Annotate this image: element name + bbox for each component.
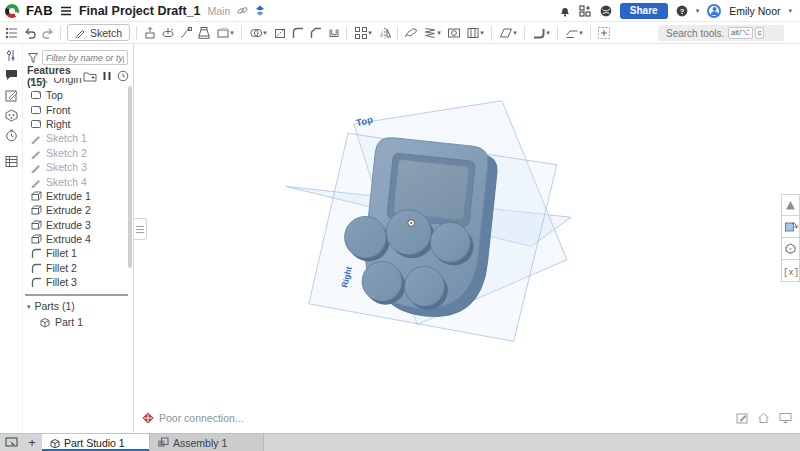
rib-icon[interactable]: ▾ [463, 24, 487, 42]
chamfer-icon[interactable] [307, 24, 324, 42]
feature-label: Fillet 2 [46, 262, 77, 274]
svg-text:?: ? [679, 6, 684, 15]
tab-manager-icon[interactable] [0, 434, 22, 451]
filter-funnel-icon[interactable] [27, 52, 39, 64]
document-title: Final Project Draft_1 [79, 4, 201, 18]
feature-row[interactable]: Sketch 3 [23, 160, 127, 174]
feature-row-origin[interactable]: ▾ Origin [23, 78, 127, 86]
feature-row[interactable]: Front [23, 102, 127, 116]
custom-features-icon[interactable] [3, 107, 19, 123]
configurations-icon[interactable] [3, 47, 19, 63]
linear-pattern-icon[interactable]: ▾ [351, 24, 375, 42]
model-canvas[interactable]: Top Right Top Front Z X [134, 44, 800, 433]
user-menu-caret-icon[interactable]: ▾ [788, 7, 792, 14]
toolbar-divider [346, 26, 347, 40]
search-tools-input[interactable] [664, 27, 726, 40]
filter-input[interactable] [42, 50, 128, 65]
feature-row[interactable]: Extrude 3 [23, 218, 127, 232]
parts-section-header[interactable]: ▾ Parts (1) [27, 300, 75, 312]
helix-icon[interactable]: ▾ [420, 24, 444, 42]
apps-grid-icon[interactable] [579, 5, 592, 17]
add-tab-button[interactable]: + [22, 434, 42, 451]
tab-part-studio[interactable]: Part Studio 1 [42, 434, 150, 451]
undo-icon[interactable] [21, 24, 38, 42]
extrude-icon[interactable] [141, 24, 158, 42]
feature-panel: Features (15) ▾ Origin Top Front Right S… [23, 44, 134, 433]
sweep-icon[interactable] [177, 24, 194, 42]
header-right-group: Share ? ▾ Emily Noor ▾ [559, 3, 792, 19]
revolve-icon[interactable] [159, 24, 176, 42]
feature-row[interactable]: Extrude 1 [23, 189, 127, 203]
feature-row[interactable]: Fillet 2 [23, 261, 127, 275]
toolbar-divider [524, 26, 525, 40]
mirror-icon[interactable] [376, 24, 393, 42]
featurescript-notices-button[interactable]: [x] [781, 260, 800, 282]
help-icon[interactable]: ? [676, 5, 688, 17]
feature-row[interactable]: Sketch 2 [23, 146, 127, 160]
link-icon[interactable] [237, 5, 248, 16]
edit-status-icon[interactable] [736, 412, 748, 424]
tab-assembly[interactable]: Assembly 1 [150, 434, 264, 451]
shell-icon[interactable] [325, 24, 342, 42]
monitor-status-icon[interactable] [779, 412, 792, 424]
vertex-marker[interactable] [408, 220, 415, 227]
history-clock-icon[interactable] [3, 127, 19, 143]
shaded-view-button[interactable] [781, 194, 800, 216]
feature-label: Top [46, 89, 63, 101]
part-icon [39, 316, 51, 328]
share-button[interactable]: Share [620, 3, 668, 19]
panel-collapse-handle[interactable] [134, 218, 147, 240]
flatten-icon[interactable]: ▾ [562, 24, 586, 42]
feature-label: Origin [54, 78, 82, 85]
feature-label: Extrude 2 [46, 204, 91, 216]
sheet-metal-icon[interactable]: ▾ [529, 24, 553, 42]
help-caret-icon[interactable]: ▾ [696, 7, 700, 14]
versions-icon[interactable] [255, 5, 265, 16]
feature-label: Fillet 3 [46, 276, 77, 288]
notes-edit-icon[interactable] [3, 87, 19, 103]
community-icon[interactable] [600, 5, 612, 17]
feature-label: Front [46, 104, 71, 116]
feature-row[interactable]: Fillet 1 [23, 246, 127, 260]
transform-icon[interactable] [595, 24, 612, 42]
hidden-edges-button[interactable] [781, 238, 800, 260]
notifications-bell-icon[interactable] [559, 5, 571, 17]
bom-table-icon[interactable] [3, 153, 19, 169]
loft-icon[interactable] [195, 24, 212, 42]
feature-label: Extrude 3 [46, 219, 91, 231]
view-tools: [x] [781, 194, 800, 282]
feature-row[interactable]: Right [23, 117, 127, 131]
plane-tool-icon[interactable]: ▾ [496, 24, 520, 42]
fillet-icon[interactable] [289, 24, 306, 42]
hole-icon[interactable] [445, 24, 462, 42]
redo-icon[interactable] [39, 24, 56, 42]
thicken-icon[interactable]: ▾ [213, 24, 237, 42]
split-icon[interactable] [271, 24, 288, 42]
feature-tree-clip: ▾ Origin [23, 78, 127, 87]
workspace-label: Main [207, 5, 230, 17]
feature-label: Extrude 4 [46, 233, 91, 245]
rollback-bar[interactable] [25, 294, 128, 296]
section-view-button[interactable] [781, 216, 800, 238]
app-logo-icon[interactable] [5, 4, 19, 18]
boolean-icon[interactable]: ▾ [246, 24, 270, 42]
feature-row[interactable]: Top [23, 88, 127, 102]
feature-row[interactable]: Extrude 2 [23, 203, 127, 217]
tree-scrollbar[interactable] [128, 86, 132, 268]
feature-row[interactable]: Sketch 4 [23, 174, 127, 188]
comments-icon[interactable] [3, 67, 19, 83]
home-status-icon[interactable] [757, 412, 770, 424]
features-panel-toggle-icon[interactable] [3, 24, 20, 42]
avatar[interactable] [707, 4, 721, 18]
surface-icon[interactable] [402, 24, 419, 42]
tab-label: Assembly 1 [173, 437, 227, 449]
left-icon-strip [0, 44, 23, 433]
feature-row[interactable]: Extrude 4 [23, 232, 127, 246]
part-label: Part 1 [55, 316, 83, 328]
sketch-button[interactable]: Sketch [67, 24, 130, 41]
main-menu-icon[interactable] [60, 6, 72, 16]
feature-row[interactable]: Sketch 1 [23, 131, 127, 145]
part-row[interactable]: Part 1 [39, 316, 83, 328]
feature-row[interactable]: Fillet 3 [23, 275, 127, 289]
search-tools[interactable]: alt/⌥ c [658, 25, 784, 41]
